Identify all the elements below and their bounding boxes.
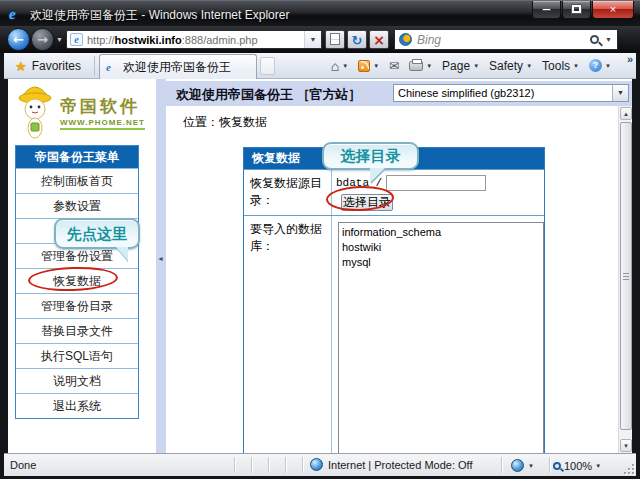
home-button[interactable]: ⌂▼ xyxy=(328,56,351,76)
status-segment xyxy=(251,457,252,473)
window-controls: × xyxy=(531,1,634,19)
status-text: Done xyxy=(10,459,36,471)
chevron-down-icon: ▼ xyxy=(373,63,379,69)
search-icon[interactable] xyxy=(590,35,599,44)
url-domain: hostwiki.info xyxy=(115,34,182,46)
refresh-button[interactable]: ↻ xyxy=(347,30,367,49)
browser-tab[interactable]: e 欢迎使用帝国备份王 xyxy=(99,54,257,79)
status-segment xyxy=(302,457,303,473)
database-option[interactable]: information_schema xyxy=(342,225,543,240)
content-scrollbar[interactable]: ▲ ▼ xyxy=(618,106,632,453)
search-dropdown[interactable]: ▼ xyxy=(605,36,612,43)
new-tab-button[interactable] xyxy=(260,57,275,75)
zoom-control[interactable]: 100% ▼ xyxy=(553,457,615,474)
sidebar-item-documentation[interactable]: 说明文档 xyxy=(16,368,138,393)
forward-button[interactable]: → xyxy=(31,28,54,51)
sidebar-item-logout[interactable]: 退出系统 xyxy=(16,393,138,418)
zone-globe-icon xyxy=(511,459,524,472)
bing-logo-icon xyxy=(399,33,412,46)
sidebar-item-manage-backup-dir[interactable]: 管理备份目录 xyxy=(16,293,138,318)
scroll-down-button[interactable]: ▼ xyxy=(620,439,632,452)
zoom-magnifier-icon xyxy=(553,462,561,470)
sidebar-item-parameter-settings[interactable]: 参数设置 xyxy=(16,193,138,218)
chevron-down-icon: ▼ xyxy=(612,85,628,101)
command-bar: ★ Favorites e 欢迎使用帝国备份王 ⌂▼ ▼ ✉ ▼ Page▼ S… xyxy=(4,53,636,79)
scrollbar-thumb[interactable] xyxy=(620,122,632,430)
feeds-button[interactable]: ▼ xyxy=(355,58,382,74)
internet-zone-icon xyxy=(310,458,323,471)
minimize-button[interactable] xyxy=(532,1,561,19)
mascot-icon xyxy=(14,84,56,140)
print-button[interactable]: ▼ xyxy=(406,59,435,73)
restore-dir-input[interactable] xyxy=(386,175,486,191)
read-mail-button[interactable]: ✉ xyxy=(386,57,402,75)
back-icon: ← xyxy=(13,32,24,47)
source-dir-label: 恢复数据源目录： xyxy=(244,170,332,215)
page-menu-button[interactable]: Page▼ xyxy=(439,57,482,75)
collapse-left-icon[interactable]: ◄ xyxy=(157,255,164,262)
database-option[interactable]: mysql xyxy=(342,255,543,270)
sidebar: 帝国软件 WWW.PHOME.NET 帝国备份王菜单 控制面板首页 参数设置 管… xyxy=(8,79,156,453)
safety-menu-button[interactable]: Safety▼ xyxy=(486,57,535,75)
page-content: 帝国软件 WWW.PHOME.NET 帝国备份王菜单 控制面板首页 参数设置 管… xyxy=(8,79,632,453)
star-icon: ★ xyxy=(15,59,27,74)
stop-button[interactable]: × xyxy=(369,30,389,49)
zone-text: Internet | Protected Mode: Off xyxy=(328,459,473,471)
home-icon: ⌂ xyxy=(331,58,339,74)
status-segment xyxy=(549,457,550,473)
database-option[interactable]: hostwiki xyxy=(342,240,543,255)
help-icon: ? xyxy=(589,59,602,72)
logo-title: 帝国软件 xyxy=(60,95,145,118)
title-bar: e 欢迎使用帝国备份王 - Windows Internet Explorer … xyxy=(0,0,640,26)
restore-form-table: 恢复数据 恢复数据源目录： bdata / 选择目录 要导入的数据库： xyxy=(243,147,545,453)
rss-feed-icon xyxy=(358,60,370,72)
frame-divider[interactable]: ◄ xyxy=(156,79,166,453)
sidebar-item-replace-dir-files[interactable]: 替换目录文件 xyxy=(16,318,138,343)
printer-icon xyxy=(409,61,423,71)
favorites-label: Favorites xyxy=(32,59,81,73)
scroll-up-icon: ▲ xyxy=(623,111,629,117)
favorites-button[interactable]: ★ Favorites xyxy=(7,55,89,77)
scroll-down-icon: ▼ xyxy=(623,443,629,449)
compatibility-view-button[interactable] xyxy=(325,30,345,49)
sidebar-item-control-panel[interactable]: 控制面板首页 xyxy=(16,168,138,193)
chevron-down-icon: ▼ xyxy=(595,463,601,469)
url-text: http://hostwiki.info:888/admin.php xyxy=(87,34,304,46)
address-dropdown-button[interactable]: ▼ xyxy=(304,31,321,48)
sidebar-item-execute-sql[interactable]: 执行SQL语句 xyxy=(16,343,138,368)
status-segment xyxy=(501,457,502,473)
forward-icon: → xyxy=(37,32,48,47)
minimize-icon xyxy=(542,8,551,11)
protected-mode-button[interactable]: ▼ xyxy=(508,457,546,474)
search-placeholder: Bing xyxy=(417,33,590,47)
language-select[interactable]: Chinese simplified (gb2312) ▼ xyxy=(393,84,629,102)
scrollbar-grip-icon xyxy=(623,276,629,277)
chevron-down-icon: ▼ xyxy=(528,463,534,469)
breadcrumb: 位置：恢复数据 xyxy=(183,114,267,131)
back-button[interactable]: ← xyxy=(7,28,30,51)
close-icon: × xyxy=(610,3,616,15)
main-header: 欢迎使用帝国备份王 ［官方站］ Chinese simplified (gb23… xyxy=(166,81,632,106)
scroll-up-button[interactable]: ▲ xyxy=(620,107,632,120)
status-bar: Done Internet | Protected Mode: Off ▼ 10… xyxy=(4,453,636,476)
import-db-label: 要导入的数据库： xyxy=(244,216,332,453)
tools-menu-button[interactable]: Tools▼ xyxy=(539,57,582,75)
compatibility-view-icon xyxy=(330,33,340,45)
history-dropdown[interactable]: ▼ xyxy=(56,36,63,43)
close-button[interactable]: × xyxy=(592,1,634,19)
refresh-icon: ↻ xyxy=(352,33,363,48)
help-button[interactable]: ?▼ xyxy=(586,57,614,74)
resize-grip[interactable] xyxy=(622,462,634,474)
toolbar-overflow-button[interactable]: » xyxy=(627,53,633,65)
chevron-down-icon: ▼ xyxy=(473,63,479,69)
separator xyxy=(94,56,95,76)
page-favicon-icon: e xyxy=(70,33,83,46)
database-listbox[interactable]: information_schema hostwiki mysql xyxy=(338,222,544,453)
status-segment xyxy=(234,457,235,473)
maximize-button[interactable] xyxy=(562,1,591,19)
zoom-level: 100% xyxy=(564,460,592,472)
address-bar[interactable]: e http://hostwiki.info:888/admin.php ▼ xyxy=(66,30,322,49)
search-input[interactable]: Bing ▼ xyxy=(394,29,618,50)
chevron-down-icon: ▼ xyxy=(426,63,432,69)
site-logo[interactable]: 帝国软件 WWW.PHOME.NET xyxy=(14,83,154,141)
